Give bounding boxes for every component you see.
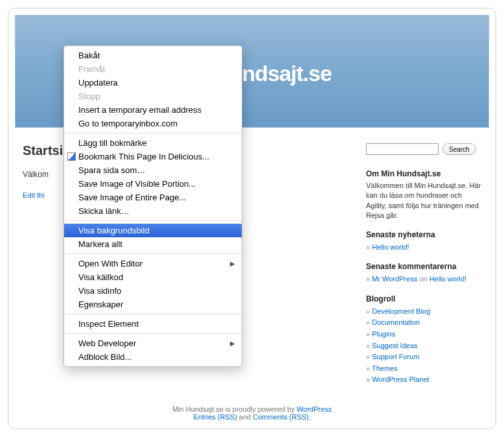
about-heading: Om Min Hundsajt.se (366, 169, 481, 178)
wordpress-link[interactable]: WordPress (297, 405, 332, 413)
comment-on-text: on (417, 275, 429, 283)
menu-item[interactable]: Visa källkod (64, 270, 242, 284)
menu-item[interactable]: Inspect Element (64, 317, 242, 331)
menu-item[interactable]: Bakåt (64, 49, 242, 62)
delicious-icon (67, 152, 76, 161)
menu-item-label: Adblock Bild... (78, 351, 132, 362)
news-link[interactable]: Hello world! (372, 243, 409, 251)
list-item: Themes (366, 363, 481, 375)
menu-item[interactable]: Egenskaper (64, 298, 242, 311)
menu-item-label: Go to temporaryinbox.com (78, 118, 178, 129)
menu-separator (65, 333, 241, 334)
menu-separator (65, 254, 241, 254)
blogroll-heading: Blogroll (366, 294, 481, 303)
search-button[interactable]: Search (442, 143, 476, 155)
footer-and: and (237, 413, 253, 421)
menu-item-label: Skicka länk… (78, 206, 130, 217)
submenu-arrow-icon: ▶ (230, 338, 235, 349)
menu-item-label: Uppdatera (78, 77, 118, 88)
menu-separator (65, 133, 241, 134)
menu-item-label: Bakåt (78, 50, 100, 61)
blogroll-list: Development Blog Documentation Plugins S… (366, 306, 481, 386)
menu-item-label: Visa sidinfo (78, 285, 121, 296)
footer-text: Min Hundsajt.se is proudly powered by (172, 405, 297, 413)
menu-item[interactable]: Save Image of Entire Page... (64, 191, 242, 204)
sidebar: Search Om Min Hundsajt.se Välkommen till… (366, 143, 481, 386)
list-item: Support Forum (366, 351, 481, 363)
list-item: Development Blog (366, 306, 481, 318)
comments-rss-link[interactable]: Comments (RSS) (253, 413, 308, 421)
menu-item[interactable]: Spara sida som… (64, 163, 242, 177)
news-heading: Senaste nyheterna (366, 230, 481, 239)
edit-link[interactable]: Edit thi (23, 191, 45, 199)
search-input[interactable] (366, 143, 439, 155)
about-text: Välkommen till Min Hundsajt.se. Här kan … (366, 181, 481, 221)
blogroll-link[interactable]: Development Blog (372, 307, 430, 315)
blogroll-link[interactable]: Support Forum (372, 353, 419, 360)
search-form: Search (366, 143, 481, 155)
menu-item-label: Insert a temporary email address (78, 104, 201, 115)
menu-item: Stopp (64, 89, 242, 103)
comments-heading: Senaste kommentarerna (366, 262, 481, 271)
menu-item[interactable]: Save Image of Visible Portion... (64, 177, 242, 191)
menu-item-label: Open With Editor (78, 258, 143, 269)
menu-item[interactable]: Web Developer▶ (64, 337, 242, 350)
list-item: Suggest Ideas (366, 340, 481, 352)
menu-item-label: Lägg till bokmärke (78, 137, 147, 148)
menu-item-label: Markera allt (78, 239, 122, 250)
menu-item: Framåt (64, 62, 242, 76)
menu-item-label: Framåt (78, 64, 105, 75)
list-item: Plugins (366, 329, 481, 340)
submenu-arrow-icon: ▶ (230, 258, 235, 269)
list-item: Documentation (366, 317, 481, 329)
menu-item[interactable]: Bookmark This Page In Delicious... (64, 150, 242, 163)
blogroll-link[interactable]: Documentation (372, 318, 420, 326)
news-list: Hello world! (366, 242, 481, 254)
menu-item-label: Visa källkod (78, 272, 123, 283)
menu-separator (65, 220, 241, 221)
menu-item[interactable]: Adblock Bild... (64, 350, 242, 364)
menu-item[interactable]: Skicka länk… (64, 204, 242, 218)
footer: Min Hundsajt.se is proudly powered by Wo… (8, 405, 496, 421)
menu-item-label: Bookmark This Page In Delicious... (78, 151, 209, 162)
entries-rss-link[interactable]: Entries (RSS) (194, 413, 237, 421)
menu-item[interactable]: Lägg till bokmärke (64, 136, 242, 150)
menu-item-label: Save Image of Visible Portion... (78, 178, 196, 189)
blogroll-link[interactable]: Themes (372, 364, 398, 372)
blogroll-link[interactable]: WordPress Planet (372, 375, 429, 383)
menu-item-label: Spara sida som… (78, 165, 145, 176)
context-menu[interactable]: BakåtFramåtUppdateraStoppInsert a tempor… (63, 45, 242, 367)
menu-item-label: Web Developer (78, 338, 136, 349)
list-item: Mr WordPress on Hello world! (366, 274, 481, 285)
menu-item[interactable]: Uppdatera (64, 76, 242, 89)
footer-dot: . (308, 413, 310, 421)
list-item: Hello world! (366, 242, 481, 254)
menu-item-label: Inspect Element (78, 318, 139, 329)
menu-item[interactable]: Markera allt (64, 237, 242, 251)
menu-separator (65, 314, 241, 314)
menu-item[interactable]: Insert a temporary email address (64, 103, 242, 117)
menu-item-label: Stopp (78, 91, 100, 102)
comment-author-link[interactable]: Mr WordPress (372, 275, 417, 283)
blogroll-link[interactable]: Suggest Ideas (372, 342, 417, 349)
menu-item-label: Save Image of Entire Page... (78, 192, 186, 203)
blogroll-link[interactable]: Plugins (372, 330, 395, 338)
comment-post-link[interactable]: Hello world! (430, 275, 466, 283)
list-item: WordPress Planet (366, 374, 481, 386)
menu-item[interactable]: Open With Editor▶ (64, 257, 242, 270)
comments-list: Mr WordPress on Hello world! (366, 274, 481, 285)
menu-item[interactable]: Visa bakgrundsbild (64, 224, 242, 237)
menu-item[interactable]: Go to temporaryinbox.com (64, 117, 242, 130)
menu-item[interactable]: Visa sidinfo (64, 284, 242, 298)
menu-item-label: Visa bakgrundsbild (78, 225, 150, 236)
menu-item-label: Egenskaper (78, 299, 123, 310)
